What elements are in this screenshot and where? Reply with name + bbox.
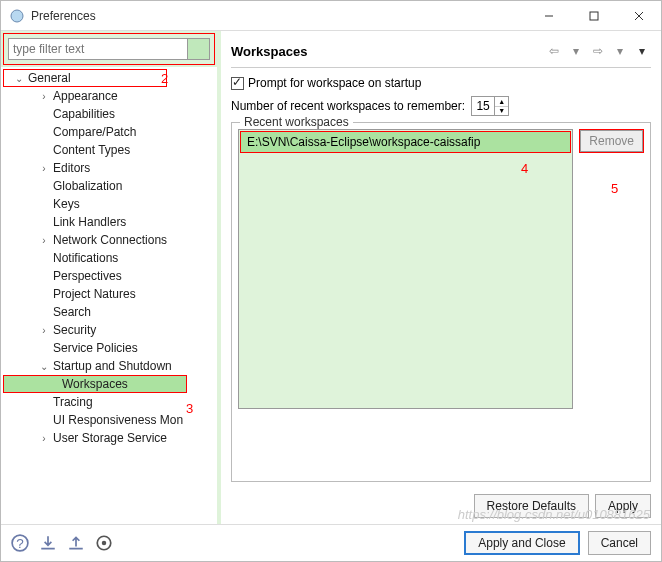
apply-and-close-button[interactable]: Apply and Close [464,531,579,555]
cancel-button[interactable]: Cancel [588,531,651,555]
recent-count-row: Number of recent workspaces to remember:… [231,96,651,116]
prompt-checkbox-row: Prompt for workspace on startup [231,76,651,90]
spinner-up[interactable]: ▲ [495,97,508,107]
window-title: Preferences [31,9,526,23]
remove-button[interactable]: Remove [580,130,643,152]
tree-item[interactable]: Compare/Patch [1,123,217,141]
dialog-footer: ? Apply and Close Cancel [1,524,661,561]
svg-rect-2 [590,12,598,20]
tree-item[interactable]: ›Network Connections [1,231,217,249]
tree-item[interactable]: Notifications [1,249,217,267]
menu-dropdown-icon[interactable]: ▾ [633,43,651,59]
spinner-down[interactable]: ▼ [495,107,508,116]
oomph-icon[interactable] [95,534,113,552]
close-button[interactable] [616,1,661,30]
export-icon[interactable] [67,534,85,552]
filter-input[interactable] [8,38,188,60]
content-panel: Workspaces ⇦ ▾ ⇨ ▾ ▾ Prompt for workspac… [221,31,661,524]
tree-item[interactable]: Search [1,303,217,321]
filter-clear-button[interactable] [188,38,210,60]
chevron-right-icon: › [37,91,51,102]
tree-item[interactable]: ⌄ Startup and Shutdown [1,357,217,375]
tree-item[interactable]: Service Policies [1,339,217,357]
tree-item[interactable]: Tracing [1,393,217,411]
tree-item-workspaces[interactable]: Workspaces [3,375,187,393]
tree-item[interactable]: Project Natures [1,285,217,303]
tree-item[interactable]: ›User Storage Service [1,429,217,447]
apply-button[interactable]: Apply [595,494,651,518]
forward-dropdown-icon[interactable]: ▾ [611,43,629,59]
titlebar: Preferences [1,1,661,31]
app-icon [9,8,25,24]
chevron-right-icon: › [37,235,51,246]
list-item[interactable]: E:\SVN\Caissa-Eclipse\workspace-caissafi… [240,131,571,153]
group-legend: Recent workspaces [240,115,353,129]
tree-panel: ⌄ General ›AppearanceCapabilitiesCompare… [1,31,221,524]
tree-item[interactable]: Link Handlers [1,213,217,231]
tree-item[interactable]: ›Appearance [1,87,217,105]
minimize-button[interactable] [526,1,571,30]
prompt-checkbox[interactable] [231,77,244,90]
import-icon[interactable] [39,534,57,552]
svg-point-8 [102,541,107,546]
preference-tree[interactable]: ⌄ General ›AppearanceCapabilitiesCompare… [1,67,217,524]
back-icon[interactable]: ⇦ [545,43,563,59]
restore-defaults-button[interactable]: Restore Defaults [474,494,589,518]
chevron-right-icon: › [37,325,51,336]
svg-point-0 [11,10,23,22]
recent-count-spinner[interactable]: 15 ▲ ▼ [471,96,509,116]
forward-icon[interactable]: ⇨ [589,43,607,59]
tree-item[interactable]: Perspectives [1,267,217,285]
chevron-right-icon: › [37,433,51,444]
tree-item[interactable]: Capabilities [1,105,217,123]
recent-list[interactable]: E:\SVN\Caissa-Eclipse\workspace-caissafi… [238,129,573,409]
tree-item-general[interactable]: ⌄ General [3,69,167,87]
chevron-right-icon: › [37,163,51,174]
recent-workspaces-group: Recent workspaces E:\SVN\Caissa-Eclipse\… [231,122,651,482]
tree-item[interactable]: Content Types [1,141,217,159]
chevron-down-icon: ⌄ [12,73,26,84]
prompt-label: Prompt for workspace on startup [248,76,421,90]
tree-item[interactable]: Keys [1,195,217,213]
help-icon[interactable]: ? [11,534,29,552]
back-dropdown-icon[interactable]: ▾ [567,43,585,59]
page-title: Workspaces [231,44,545,59]
tree-item[interactable]: UI Responsiveness Mon [1,411,217,429]
chevron-down-icon: ⌄ [37,361,51,372]
tree-item[interactable]: ›Security [1,321,217,339]
tree-item[interactable]: ›Editors [1,159,217,177]
tree-item[interactable]: Globalization [1,177,217,195]
recent-count-label: Number of recent workspaces to remember: [231,99,465,113]
maximize-button[interactable] [571,1,616,30]
svg-text:?: ? [16,536,24,551]
